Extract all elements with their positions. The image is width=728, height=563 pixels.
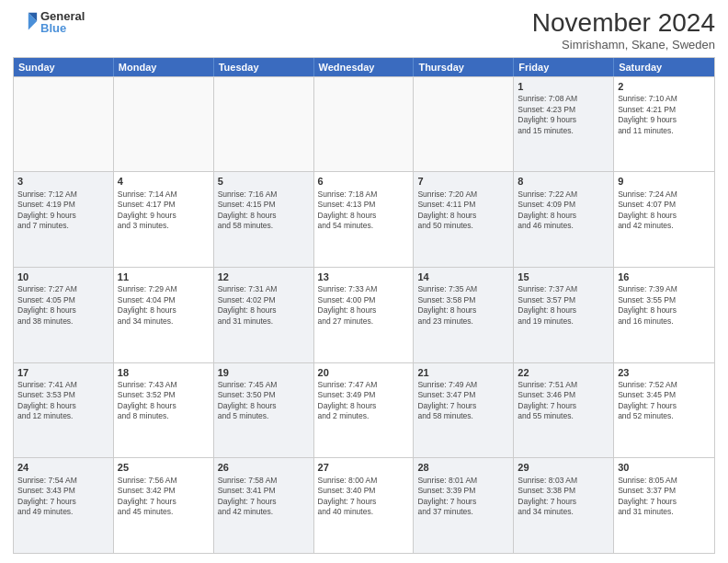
cal-cell: 24Sunrise: 7:54 AM Sunset: 3:43 PM Dayli… <box>14 458 114 553</box>
cell-detail: Sunrise: 7:43 AM Sunset: 3:52 PM Dayligh… <box>118 380 210 422</box>
day-number: 13 <box>318 270 410 283</box>
cal-cell: 17Sunrise: 7:41 AM Sunset: 3:53 PM Dayli… <box>14 363 114 458</box>
cell-detail: Sunrise: 7:56 AM Sunset: 3:42 PM Dayligh… <box>118 476 210 518</box>
day-number: 9 <box>618 175 711 188</box>
calendar: SundayMondayTuesdayWednesdayThursdayFrid… <box>13 57 715 554</box>
cell-detail: Sunrise: 7:16 AM Sunset: 4:15 PM Dayligh… <box>218 190 310 232</box>
cell-detail: Sunrise: 7:14 AM Sunset: 4:17 PM Dayligh… <box>118 190 210 232</box>
day-number: 24 <box>17 461 109 474</box>
day-number: 3 <box>17 175 109 188</box>
cal-cell <box>114 77 214 172</box>
day-number: 16 <box>618 270 711 283</box>
cell-detail: Sunrise: 7:35 AM Sunset: 3:58 PM Dayligh… <box>417 284 509 327</box>
week-row-5: 24Sunrise: 7:54 AM Sunset: 3:43 PM Dayli… <box>14 457 714 553</box>
logo-icon <box>13 9 39 35</box>
header-day-friday: Friday <box>514 58 614 76</box>
cal-cell: 11Sunrise: 7:29 AM Sunset: 4:04 PM Dayli… <box>114 268 214 362</box>
day-number: 2 <box>618 80 711 93</box>
day-number: 12 <box>218 270 310 283</box>
cell-detail: Sunrise: 8:01 AM Sunset: 3:39 PM Dayligh… <box>417 476 509 518</box>
day-number: 1 <box>518 80 609 93</box>
day-number: 7 <box>417 175 509 188</box>
cal-cell: 6Sunrise: 7:18 AM Sunset: 4:13 PM Daylig… <box>314 172 415 267</box>
cal-cell: 12Sunrise: 7:31 AM Sunset: 4:02 PM Dayli… <box>214 268 314 362</box>
day-number: 18 <box>118 366 210 379</box>
cell-detail: Sunrise: 7:10 AM Sunset: 4:21 PM Dayligh… <box>618 94 711 136</box>
day-number: 6 <box>318 175 410 188</box>
day-number: 20 <box>318 366 410 379</box>
cell-detail: Sunrise: 7:12 AM Sunset: 4:19 PM Dayligh… <box>17 190 109 232</box>
week-row-2: 3Sunrise: 7:12 AM Sunset: 4:19 PM Daylig… <box>14 171 714 267</box>
cal-cell: 19Sunrise: 7:45 AM Sunset: 3:50 PM Dayli… <box>214 363 314 458</box>
cell-detail: Sunrise: 7:33 AM Sunset: 4:00 PM Dayligh… <box>318 284 410 327</box>
day-number: 14 <box>417 270 509 283</box>
cal-cell: 2Sunrise: 7:10 AM Sunset: 4:21 PM Daylig… <box>614 77 714 172</box>
cal-cell: 9Sunrise: 7:24 AM Sunset: 4:07 PM Daylig… <box>614 172 714 267</box>
cal-cell: 21Sunrise: 7:49 AM Sunset: 3:47 PM Dayli… <box>414 363 514 458</box>
day-number: 17 <box>17 366 109 379</box>
day-number: 5 <box>218 175 310 188</box>
day-number: 10 <box>17 270 109 283</box>
cal-cell: 20Sunrise: 7:47 AM Sunset: 3:49 PM Dayli… <box>314 363 415 458</box>
cal-cell: 10Sunrise: 7:27 AM Sunset: 4:05 PM Dayli… <box>14 268 114 362</box>
cell-detail: Sunrise: 8:00 AM Sunset: 3:40 PM Dayligh… <box>318 476 410 518</box>
day-number: 21 <box>417 366 509 379</box>
cell-detail: Sunrise: 7:58 AM Sunset: 3:41 PM Dayligh… <box>218 476 310 518</box>
cell-detail: Sunrise: 7:27 AM Sunset: 4:05 PM Dayligh… <box>17 284 109 327</box>
cell-detail: Sunrise: 7:45 AM Sunset: 3:50 PM Dayligh… <box>218 380 310 422</box>
month-title: November 2024 <box>532 9 715 38</box>
cell-detail: Sunrise: 7:37 AM Sunset: 3:57 PM Dayligh… <box>518 284 609 327</box>
cal-cell: 13Sunrise: 7:33 AM Sunset: 4:00 PM Dayli… <box>314 268 415 362</box>
title-block: November 2024 Simrishamn, Skane, Sweden <box>532 9 715 52</box>
location-title: Simrishamn, Skane, Sweden <box>532 38 715 52</box>
cal-cell: 27Sunrise: 8:00 AM Sunset: 3:40 PM Dayli… <box>314 458 415 553</box>
day-number: 23 <box>618 366 711 379</box>
cal-cell: 5Sunrise: 7:16 AM Sunset: 4:15 PM Daylig… <box>214 172 314 267</box>
cal-cell: 16Sunrise: 7:39 AM Sunset: 3:55 PM Dayli… <box>614 268 714 362</box>
cell-detail: Sunrise: 7:08 AM Sunset: 4:23 PM Dayligh… <box>518 94 609 136</box>
cal-cell: 4Sunrise: 7:14 AM Sunset: 4:17 PM Daylig… <box>114 172 214 267</box>
cell-detail: Sunrise: 7:20 AM Sunset: 4:11 PM Dayligh… <box>417 190 509 232</box>
cal-cell: 8Sunrise: 7:22 AM Sunset: 4:09 PM Daylig… <box>514 172 614 267</box>
page: General Blue November 2024 Simrishamn, S… <box>0 0 728 563</box>
cal-cell: 29Sunrise: 8:03 AM Sunset: 3:38 PM Dayli… <box>514 458 614 553</box>
cell-detail: Sunrise: 7:24 AM Sunset: 4:07 PM Dayligh… <box>618 190 711 232</box>
cell-detail: Sunrise: 8:03 AM Sunset: 3:38 PM Dayligh… <box>518 476 609 518</box>
day-number: 29 <box>518 461 609 474</box>
header-day-thursday: Thursday <box>414 58 514 76</box>
calendar-body: 1Sunrise: 7:08 AM Sunset: 4:23 PM Daylig… <box>14 76 714 553</box>
week-row-3: 10Sunrise: 7:27 AM Sunset: 4:05 PM Dayli… <box>14 267 714 362</box>
cal-cell: 18Sunrise: 7:43 AM Sunset: 3:52 PM Dayli… <box>114 363 214 458</box>
day-number: 28 <box>417 461 509 474</box>
cell-detail: Sunrise: 7:47 AM Sunset: 3:49 PM Dayligh… <box>318 380 410 422</box>
cell-detail: Sunrise: 7:31 AM Sunset: 4:02 PM Dayligh… <box>218 284 310 327</box>
cal-cell: 22Sunrise: 7:51 AM Sunset: 3:46 PM Dayli… <box>514 363 614 458</box>
day-number: 4 <box>118 175 210 188</box>
cell-detail: Sunrise: 7:22 AM Sunset: 4:09 PM Dayligh… <box>518 190 609 232</box>
calendar-header: SundayMondayTuesdayWednesdayThursdayFrid… <box>14 58 714 76</box>
cal-cell: 1Sunrise: 7:08 AM Sunset: 4:23 PM Daylig… <box>514 77 614 172</box>
day-number: 19 <box>218 366 310 379</box>
cal-cell: 28Sunrise: 8:01 AM Sunset: 3:39 PM Dayli… <box>414 458 514 553</box>
cal-cell: 23Sunrise: 7:52 AM Sunset: 3:45 PM Dayli… <box>614 363 714 458</box>
cal-cell <box>314 77 415 172</box>
header-day-wednesday: Wednesday <box>314 58 415 76</box>
day-number: 15 <box>518 270 609 283</box>
logo: General Blue <box>13 9 85 35</box>
header-day-tuesday: Tuesday <box>214 58 314 76</box>
day-number: 26 <box>218 461 310 474</box>
cal-cell: 7Sunrise: 7:20 AM Sunset: 4:11 PM Daylig… <box>414 172 514 267</box>
cell-detail: Sunrise: 8:05 AM Sunset: 3:37 PM Dayligh… <box>618 476 711 518</box>
cal-cell: 26Sunrise: 7:58 AM Sunset: 3:41 PM Dayli… <box>214 458 314 553</box>
day-number: 11 <box>118 270 210 283</box>
cal-cell: 3Sunrise: 7:12 AM Sunset: 4:19 PM Daylig… <box>14 172 114 267</box>
cell-detail: Sunrise: 7:54 AM Sunset: 3:43 PM Dayligh… <box>17 476 109 518</box>
cell-detail: Sunrise: 7:51 AM Sunset: 3:46 PM Dayligh… <box>518 380 609 422</box>
week-row-4: 17Sunrise: 7:41 AM Sunset: 3:53 PM Dayli… <box>14 362 714 458</box>
cal-cell: 30Sunrise: 8:05 AM Sunset: 3:37 PM Dayli… <box>614 458 714 553</box>
header: General Blue November 2024 Simrishamn, S… <box>13 9 715 52</box>
day-number: 27 <box>318 461 410 474</box>
cal-cell <box>414 77 514 172</box>
cell-detail: Sunrise: 7:52 AM Sunset: 3:45 PM Dayligh… <box>618 380 711 422</box>
cal-cell: 14Sunrise: 7:35 AM Sunset: 3:58 PM Dayli… <box>414 268 514 362</box>
